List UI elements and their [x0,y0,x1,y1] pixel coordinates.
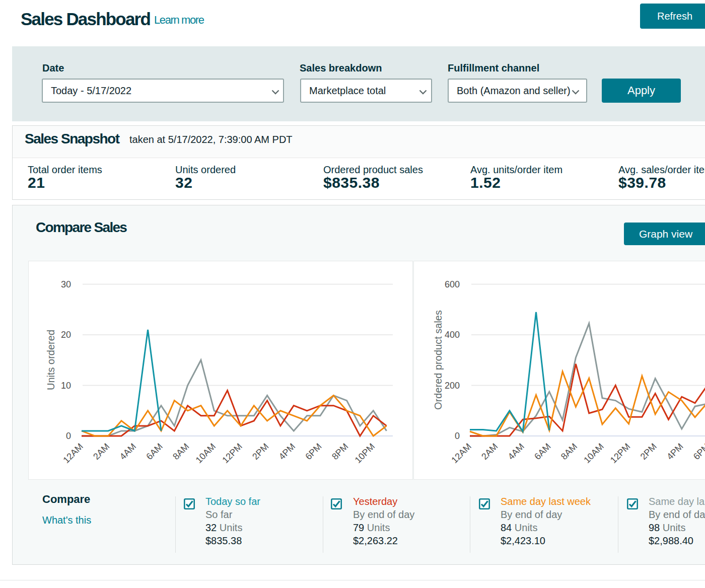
svg-text:2PM: 2PM [250,442,270,462]
svg-text:12AM: 12AM [61,442,85,465]
svg-text:2AM: 2AM [91,442,111,462]
svg-text:10AM: 10AM [582,442,605,465]
svg-text:400: 400 [445,330,460,340]
svg-text:4PM: 4PM [277,442,297,462]
svg-text:30: 30 [61,279,71,289]
svg-text:8AM: 8AM [559,442,579,462]
svg-text:10AM: 10AM [194,442,218,465]
svg-text:4AM: 4AM [118,442,138,462]
svg-text:0: 0 [66,431,71,441]
svg-text:6AM: 6AM [145,442,165,462]
svg-text:6AM: 6AM [532,442,552,462]
svg-text:8PM: 8PM [330,442,350,462]
svg-text:20: 20 [61,330,71,340]
svg-text:10PM: 10PM [353,442,377,465]
svg-text:2AM: 2AM [479,442,500,462]
svg-text:200: 200 [445,381,460,391]
svg-text:6PM: 6PM [691,442,705,462]
svg-text:12AM: 12AM [449,442,473,465]
svg-text:4PM: 4PM [665,442,685,462]
svg-text:Ordered product sales: Ordered product sales [433,310,444,410]
svg-text:12PM: 12PM [220,442,244,465]
svg-text:0: 0 [455,431,460,441]
svg-text:Units ordered: Units ordered [45,330,56,390]
svg-text:10: 10 [61,381,71,391]
svg-text:4AM: 4AM [506,442,526,462]
svg-text:8AM: 8AM [171,442,191,462]
svg-text:600: 600 [445,279,460,289]
svg-text:12PM: 12PM [608,442,632,465]
svg-text:6PM: 6PM [303,442,323,462]
svg-text:2PM: 2PM [639,442,659,462]
